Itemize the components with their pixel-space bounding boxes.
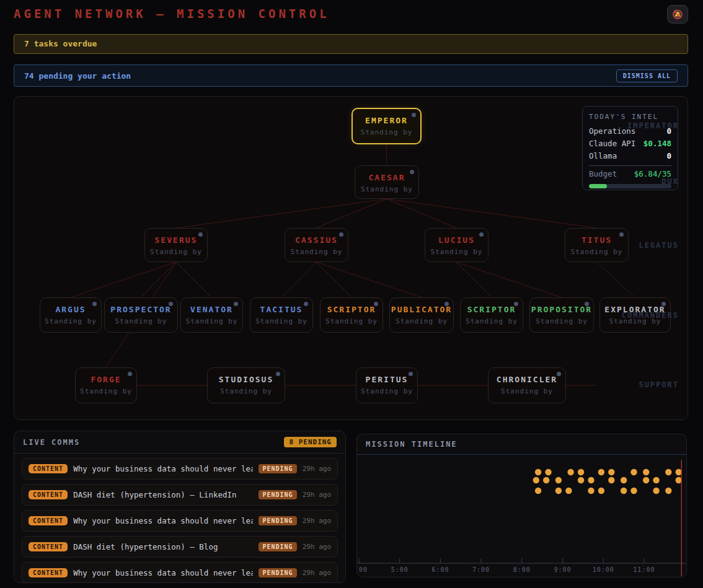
content-tag-badge: CONTENT bbox=[29, 542, 68, 551]
status-dot bbox=[169, 302, 173, 306]
content-tag-badge: CONTENT bbox=[29, 464, 68, 473]
agent-status: Standing by bbox=[285, 248, 348, 256]
comm-status-badge: PENDING bbox=[259, 516, 296, 525]
svg-text:9:00: 9:00 bbox=[554, 566, 571, 573]
agent-node-tacitus-9[interactable]: TACITUSStanding by bbox=[250, 297, 313, 333]
agent-name: SCRIPTOR bbox=[461, 305, 523, 314]
status-dot bbox=[198, 232, 203, 237]
status-dot bbox=[374, 302, 378, 306]
agent-node-cassius-3[interactable]: CASSIUSStanding by bbox=[285, 228, 348, 262]
intel-value: $0.148 bbox=[643, 139, 671, 148]
timeline-plot: 4:005:006:007:008:009:0010:0011:00 bbox=[357, 455, 687, 577]
agent-node-scriptor-12[interactable]: SCRIPTORStanding by bbox=[460, 297, 523, 333]
intel-title: TODAY'S INTEL bbox=[589, 113, 671, 121]
comm-item-title: DASH diet (hypertension) — LinkedIn bbox=[73, 490, 253, 499]
comm-timestamp: 29h ago bbox=[303, 569, 331, 577]
comm-item-title: Why your business data should never leav… bbox=[73, 568, 253, 577]
pending-count-badge: 8 PENDING bbox=[284, 437, 337, 447]
notifications-muted-button[interactable]: 🔕 bbox=[667, 5, 688, 24]
status-dot bbox=[585, 302, 589, 306]
agent-name: TITUS bbox=[565, 235, 628, 245]
agent-node-caesar-1[interactable]: CAESARStanding by bbox=[355, 165, 419, 199]
comm-list-item[interactable]: CONTENTWhy your business data should nev… bbox=[22, 510, 338, 532]
agent-status: Standing by bbox=[353, 128, 420, 136]
status-dot bbox=[92, 302, 97, 306]
content-tag-badge: CONTENT bbox=[29, 516, 68, 525]
agent-status: Standing by bbox=[76, 387, 136, 395]
todays-intel-panel: TODAY'S INTEL Operations 0 Claude API $0… bbox=[582, 106, 678, 190]
agent-status: Standing by bbox=[489, 387, 565, 395]
status-dot bbox=[276, 372, 280, 376]
agent-node-severus-2[interactable]: SEVERUSStanding by bbox=[144, 228, 208, 262]
agent-name: SEVERUS bbox=[145, 235, 207, 245]
dismiss-all-button[interactable]: DISMISS ALL bbox=[616, 69, 678, 82]
agent-status: Standing by bbox=[145, 248, 207, 256]
agent-name: EMPEROR bbox=[353, 116, 420, 125]
agent-status: Standing by bbox=[356, 387, 417, 395]
agent-node-argus-6[interactable]: ARGUSStanding by bbox=[40, 297, 102, 333]
status-dot bbox=[557, 372, 561, 376]
svg-text:5:00: 5:00 bbox=[391, 566, 409, 573]
intel-value: 0 bbox=[666, 151, 671, 160]
svg-text:7:00: 7:00 bbox=[472, 566, 490, 573]
comm-list-item[interactable]: CONTENTDASH diet (hypertension) — BlogPE… bbox=[22, 536, 338, 558]
agent-node-venator-8[interactable]: VENATORStanding by bbox=[180, 297, 243, 333]
intel-row-budget: Budget $6.84/35 bbox=[589, 169, 671, 178]
mission-timeline-title: MISSION TIMELINE bbox=[366, 440, 458, 449]
agent-status: Standing by bbox=[530, 317, 593, 325]
status-dot bbox=[304, 302, 308, 306]
status-dot bbox=[410, 170, 414, 174]
agent-status: Standing by bbox=[565, 248, 628, 256]
agent-name: CHRONICLER bbox=[489, 375, 565, 384]
comm-timestamp: 29h ago bbox=[303, 517, 331, 525]
agent-node-scriptor-10[interactable]: SCRIPTORStanding by bbox=[320, 297, 383, 333]
agent-node-propositor-13[interactable]: PROPOSITORStanding by bbox=[529, 297, 594, 333]
agent-node-emperor-0[interactable]: EMPERORStanding by bbox=[352, 108, 422, 144]
agent-status: Standing by bbox=[250, 317, 312, 325]
agent-status: Standing by bbox=[208, 387, 285, 395]
agent-status: Standing by bbox=[181, 317, 242, 325]
budget-value: $6.84/35 bbox=[634, 169, 671, 178]
agent-node-explorator-14[interactable]: EXPLORATORStanding by bbox=[599, 297, 671, 333]
agent-status: Standing by bbox=[40, 317, 101, 325]
svg-text:4:00: 4:00 bbox=[357, 566, 368, 573]
agent-name: STUDIOSUS bbox=[208, 375, 285, 384]
agent-node-titus-5[interactable]: TITUSStanding by bbox=[565, 228, 629, 262]
agent-name: ARGUS bbox=[40, 305, 101, 314]
live-comms-panel: LIVE COMMS 8 PENDING CONTENTWhy your bus… bbox=[14, 431, 346, 583]
agent-node-lucius-4[interactable]: LUCIUSStanding by bbox=[425, 228, 489, 262]
budget-progress-fill bbox=[589, 184, 607, 188]
agent-node-studiosus-16[interactable]: STUDIOSUSStanding by bbox=[207, 367, 285, 403]
comm-timestamp: 29h ago bbox=[303, 543, 331, 551]
agent-node-chronicler-18[interactable]: CHRONICLERStanding by bbox=[488, 367, 566, 403]
overdue-alert-banner: 7 tasks overdue bbox=[14, 34, 688, 54]
intel-row-claude-api: Claude API $0.148 bbox=[589, 139, 671, 148]
page-title: AGENT NETWORK — MISSION CONTROL bbox=[14, 7, 330, 20]
comm-item-title: Why your business data should never leav… bbox=[73, 464, 253, 473]
comm-list-item[interactable]: CONTENTWhy your business data should nev… bbox=[22, 458, 338, 480]
agent-node-prospector-7[interactable]: PROSPECTORStanding by bbox=[104, 297, 178, 333]
agent-name: LUCIUS bbox=[425, 235, 488, 245]
agent-node-forge-15[interactable]: FORGEStanding by bbox=[75, 367, 137, 403]
divider bbox=[589, 165, 671, 166]
svg-text:10:00: 10:00 bbox=[593, 566, 614, 573]
agent-status: Standing by bbox=[600, 317, 670, 325]
agent-node-peritus-17[interactable]: PERITUSStanding by bbox=[356, 367, 418, 403]
intel-label: Operations bbox=[589, 126, 635, 136]
agent-status: Standing by bbox=[461, 317, 523, 325]
comm-item-title: DASH diet (hypertension) — Blog bbox=[73, 542, 253, 551]
comm-list-item[interactable]: CONTENTDASH diet (hypertension) — Linked… bbox=[22, 484, 338, 506]
status-dot bbox=[661, 302, 666, 306]
live-comms-list: CONTENTWhy your business data should nev… bbox=[14, 458, 345, 583]
svg-text:6:00: 6:00 bbox=[431, 566, 449, 573]
agent-node-publicator-11[interactable]: PUBLICATORStanding by bbox=[389, 297, 454, 333]
overdue-alert-text: 7 tasks overdue bbox=[24, 39, 97, 48]
agent-network-canvas: EMPERORStanding byCAESARStanding bySEVER… bbox=[14, 96, 688, 420]
pending-alert-banner: 74 pending your action DISMISS ALL bbox=[14, 64, 688, 87]
agent-name: FORGE bbox=[76, 375, 136, 384]
budget-progress-track bbox=[589, 184, 671, 188]
svg-text:11:00: 11:00 bbox=[633, 566, 655, 573]
comm-list-item[interactable]: CONTENTWhy your business data should nev… bbox=[22, 562, 338, 583]
agent-name: PROSPECTOR bbox=[105, 305, 177, 314]
status-dot bbox=[619, 232, 624, 237]
